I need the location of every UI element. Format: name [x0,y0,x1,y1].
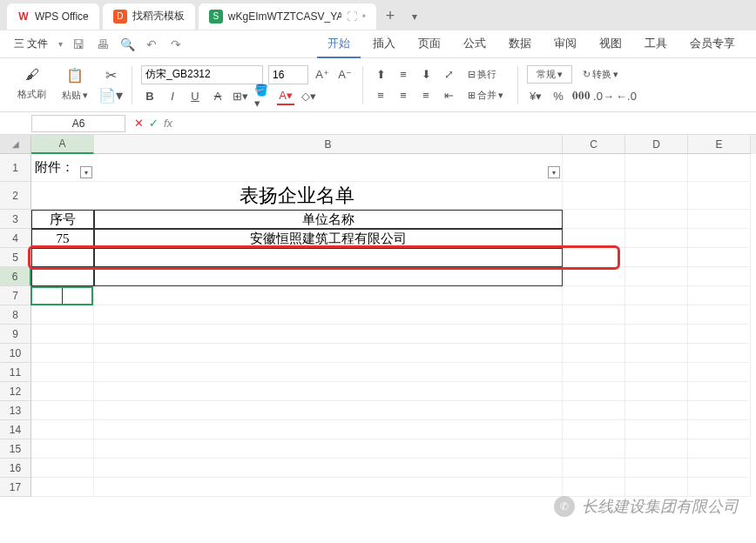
underline-button[interactable]: U [186,88,204,105]
menu-tab-member[interactable]: 会员专享 [679,30,746,58]
cell[interactable] [563,401,625,420]
filter-icon[interactable]: ▾ [548,166,560,178]
paste-icon[interactable]: 📋 [66,67,84,84]
format-painter-button[interactable]: 格式刷 [12,86,51,103]
cell[interactable] [94,459,563,478]
cell[interactable] [563,459,625,478]
name-box[interactable] [31,115,125,132]
cell[interactable] [625,478,688,497]
format-painter-icon[interactable]: 🖌 [25,67,39,83]
cell[interactable] [94,286,563,305]
cell[interactable] [625,439,688,459]
cell[interactable] [31,248,94,267]
cell[interactable] [31,478,94,497]
cell[interactable] [94,401,563,420]
cell[interactable] [688,305,751,325]
clear-format-button[interactable]: ◇▾ [300,88,317,105]
menu-tab-formula[interactable]: 公式 [453,30,496,58]
align-left-icon[interactable]: ≡ [372,87,389,104]
cell[interactable] [31,459,94,478]
comma-icon[interactable]: 𝟎𝟎𝟎 [572,87,590,104]
cell[interactable] [94,382,563,401]
row-header[interactable]: 6 [0,267,31,286]
cell[interactable] [625,154,688,182]
cell[interactable] [31,363,94,382]
cell[interactable] [563,286,625,305]
cell[interactable] [625,248,688,267]
print-icon[interactable]: 🖶 [94,36,111,53]
menu-tab-data[interactable]: 数据 [498,30,542,58]
cell[interactable] [688,248,751,267]
cell[interactable] [94,478,563,497]
cell[interactable] [625,459,688,478]
row-header[interactable]: 5 [0,248,31,267]
cell[interactable] [688,401,751,420]
row-header[interactable]: 16 [0,459,31,478]
currency-icon[interactable]: ¥▾ [527,87,544,104]
file-menu[interactable]: 三 文件 [10,37,51,51]
cell-data-seq[interactable]: 75 [31,229,94,248]
paste-button[interactable]: 粘贴 ▾ [57,87,93,104]
col-header[interactable]: C [563,135,625,154]
font-size-select[interactable] [268,65,308,84]
row-header[interactable]: 4 [0,229,31,248]
cell[interactable] [563,382,625,401]
cell[interactable] [625,401,688,420]
increase-font-icon[interactable]: A⁺ [314,66,331,84]
cell[interactable] [31,382,94,401]
cell[interactable] [625,363,688,382]
cell[interactable] [625,420,688,439]
cell[interactable] [563,248,625,267]
col-header[interactable]: D [625,135,688,154]
cell[interactable] [563,267,625,286]
font-color-button[interactable]: A▾ [277,88,294,105]
fill-color-button[interactable]: 🪣▾ [254,88,272,105]
filter-icon[interactable]: ▾ [80,166,92,178]
cell[interactable] [31,401,94,420]
cell[interactable] [563,154,625,182]
merge-button[interactable]: ⊞ 合并 ▾ [462,87,509,104]
borders-button[interactable]: ⊞▾ [232,88,249,105]
cell[interactable] [688,363,751,382]
cell-attach[interactable]: 附件： ▾ ▾ [31,154,563,182]
select-all-corner[interactable]: ◢ [0,135,31,154]
cell[interactable] [688,459,751,478]
indent-icon[interactable]: ⇤ [440,87,457,104]
cell[interactable] [94,344,563,363]
cell[interactable] [688,325,751,344]
cell[interactable] [563,229,625,248]
cell[interactable] [31,286,94,305]
menu-tab-tools[interactable]: 工具 [634,30,678,58]
add-tab-button[interactable]: + [380,6,401,27]
cell[interactable] [563,478,625,497]
cell[interactable] [625,267,688,286]
cell[interactable] [563,439,625,459]
cell[interactable] [563,210,625,229]
cell[interactable] [563,344,625,363]
cell[interactable] [625,182,688,210]
cell[interactable] [688,344,751,363]
cell-header-seq[interactable]: 序号 [31,210,94,229]
cell-header-name[interactable]: 单位名称 [94,210,563,229]
cell[interactable] [688,182,751,210]
cell[interactable] [688,154,751,182]
cell[interactable] [688,478,751,497]
row-header[interactable]: 2 [0,182,31,210]
bold-button[interactable]: B [141,88,159,105]
cell[interactable] [94,248,563,267]
row-header[interactable]: 10 [0,344,31,363]
tab-menu-button[interactable]: ▾ [404,6,425,27]
cell[interactable] [688,382,751,401]
decrease-font-icon[interactable]: A⁻ [336,66,354,84]
col-header[interactable]: E [688,135,751,154]
row-header[interactable]: 8 [0,305,31,325]
undo-icon[interactable]: ↶ [143,36,160,53]
row-header[interactable]: 14 [0,420,31,439]
cell[interactable] [563,182,625,210]
cell[interactable] [688,420,751,439]
tab-templates[interactable]: D 找稻壳模板 [103,3,195,30]
col-header[interactable]: B [94,135,563,154]
cell[interactable] [31,344,94,363]
cell[interactable] [31,439,94,459]
cell[interactable] [688,286,751,305]
